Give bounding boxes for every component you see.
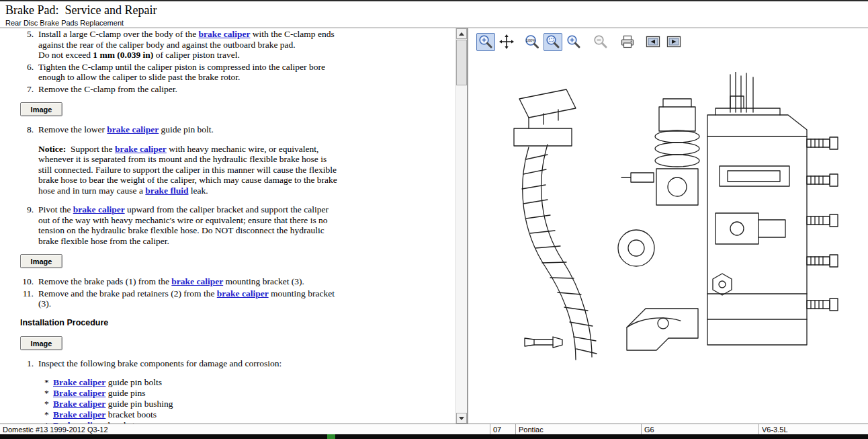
text-run: Remove the brake pads (1) from the	[38, 276, 171, 286]
next-image-button[interactable]	[664, 33, 683, 51]
procedure-step: 10.Remove the brake pads (1) from the br…	[20, 276, 450, 287]
text-run: Remove and the brake pad retainers (2) f…	[38, 288, 217, 298]
zoom-100-icon: 100%	[524, 34, 540, 50]
bullet-marker: *	[44, 409, 49, 420]
bullet-item: *Brake caliper guide pin bushing	[44, 399, 450, 409]
doc-link[interactable]: Brake caliper	[53, 409, 105, 420]
image-button[interactable]: Image	[20, 102, 62, 116]
image-button-row: Image	[20, 102, 450, 116]
text-run: Tighten the C-clamp until the caliper pi…	[38, 62, 327, 83]
text-run: Install a large C-clamp over the body of…	[38, 29, 199, 39]
status-year-code: 07	[490, 424, 516, 434]
doc-link[interactable]: brake fluid	[145, 186, 188, 196]
zoom-out-button[interactable]	[591, 33, 610, 51]
scroll-up-button[interactable]	[456, 28, 467, 39]
doc-link[interactable]: brake caliper	[107, 124, 159, 134]
scrollbar-track[interactable]	[456, 39, 467, 413]
text-run: Support the	[66, 144, 115, 154]
svg-text:100%: 100%	[526, 38, 535, 42]
procedure-step: 5.Install a large C-clamp over the body …	[20, 29, 450, 61]
bullet-marker: *	[44, 377, 49, 388]
notice-paragraph: Notice: Support the brake caliper with h…	[38, 144, 341, 196]
status-engine: V6-3.5L	[759, 424, 868, 434]
text-run: Do not exceed	[38, 50, 93, 60]
step-number: 9.	[20, 204, 34, 246]
step-text: Pivot the brake caliper upward from the …	[38, 204, 341, 246]
doc-link[interactable]: Brake caliper	[53, 377, 105, 387]
step-text: Inspect the following brake components f…	[38, 358, 281, 369]
step-text: Tighten the C-clamp until the caliper pi…	[38, 62, 341, 83]
scrollbar-thumb[interactable]	[456, 40, 467, 85]
image-button-row: Image	[20, 336, 450, 350]
text-run: guide pin bolt.	[159, 124, 214, 134]
bullet-item: *Brake caliper bracket boots	[44, 409, 450, 420]
step-number: 8.	[20, 124, 34, 135]
step-text: Remove and the brake pad retainers (2) f…	[38, 288, 341, 309]
previous-image-button[interactable]	[644, 33, 662, 51]
doc-link[interactable]: brake caliper	[171, 276, 223, 286]
illustration-panel: 100%	[467, 28, 868, 424]
zoom-in-alt-icon	[566, 34, 582, 50]
main-split: 5.Install a large C-clamp over the body …	[0, 28, 868, 424]
doc-link[interactable]: brake caliper	[199, 29, 251, 39]
image-button[interactable]: Image	[20, 254, 62, 268]
text-run: guide pin bolts	[105, 377, 162, 387]
text-run: Notice:	[38, 144, 66, 154]
doc-scrollbar[interactable]	[455, 28, 467, 424]
bullet-text: Brake caliper guide pin bushing	[53, 399, 173, 409]
text-run: leak.	[188, 186, 208, 196]
step-number: 1.	[20, 358, 34, 369]
status-bar: Domestic #13 1999-2012 Q3-12 07 Pontiac …	[0, 424, 868, 434]
zoom-window-button[interactable]	[544, 33, 562, 51]
step-text: Remove the brake pads (1) from the brake…	[38, 276, 304, 287]
text-run: bracket boots	[105, 409, 157, 420]
text-run: Remove the lower	[38, 124, 107, 134]
step-text: Install a large C-clamp over the body of…	[38, 29, 341, 61]
doc-link[interactable]: brake caliper	[115, 144, 167, 154]
image-button-row: Image	[20, 254, 450, 268]
zoom-out-icon	[593, 34, 609, 50]
zoom-in-icon	[478, 34, 494, 50]
page-title: Brake Pad: Service and Repair	[5, 3, 868, 17]
text-run: mounting bracket (3).	[223, 276, 304, 286]
taskbar-green-indicator	[327, 434, 335, 439]
zoom-in-button[interactable]	[476, 33, 495, 51]
step-text: Remove the C-clamp from the caliper.	[38, 84, 177, 95]
print-icon	[619, 34, 636, 50]
bullet-text: Brake caliper bracket boots	[53, 409, 157, 420]
print-button[interactable]	[618, 33, 637, 51]
zoom-window-icon	[545, 34, 561, 50]
bullet-marker: *	[44, 399, 49, 409]
step-number: 10.	[20, 276, 34, 287]
doc-link[interactable]: brake caliper	[217, 288, 269, 298]
previous-image-icon	[644, 34, 662, 50]
text-run: Pivot the	[38, 204, 73, 214]
doc-link[interactable]: Brake caliper	[53, 388, 105, 398]
procedure-step: 11.Remove and the brake pad retainers (2…	[20, 288, 450, 309]
next-image-icon	[665, 34, 683, 50]
procedure-step: 6.Tighten the C-clamp until the caliper …	[20, 62, 450, 83]
section-heading: Installation Procedure	[20, 318, 450, 329]
article-content: 5.Install a large C-clamp over the body …	[20, 29, 450, 424]
status-model: G6	[642, 424, 759, 434]
text-run: Inspect the following brake components f…	[38, 358, 281, 368]
procedure-step: 9.Pivot the brake caliper upward from th…	[20, 204, 450, 246]
zoom-in-alt-button[interactable]	[564, 33, 583, 51]
text-run: 1 mm (0.039 in)	[93, 50, 153, 60]
taskbar-sliver	[0, 434, 868, 439]
pan-icon	[498, 34, 515, 50]
up-arrow-icon	[459, 32, 464, 36]
image-button[interactable]: Image	[20, 336, 62, 350]
zoom-100-button[interactable]: 100%	[523, 33, 541, 51]
text-run: guide pins	[105, 388, 145, 398]
status-product: Domestic #13 1999-2012 Q3-12	[0, 424, 490, 434]
pan-button[interactable]	[497, 33, 516, 51]
doc-link[interactable]: brake caliper	[73, 204, 125, 214]
scroll-down-button[interactable]	[456, 413, 467, 424]
doc-link[interactable]: Brake caliper	[53, 399, 105, 409]
image-toolbar: 100%	[468, 30, 868, 53]
step-text: Remove the lower brake caliper guide pin…	[38, 124, 214, 135]
document-panel: 5.Install a large C-clamp over the body …	[0, 28, 455, 424]
bullet-text: Brake caliper guide pins	[53, 388, 146, 399]
status-make: Pontiac	[516, 424, 642, 434]
